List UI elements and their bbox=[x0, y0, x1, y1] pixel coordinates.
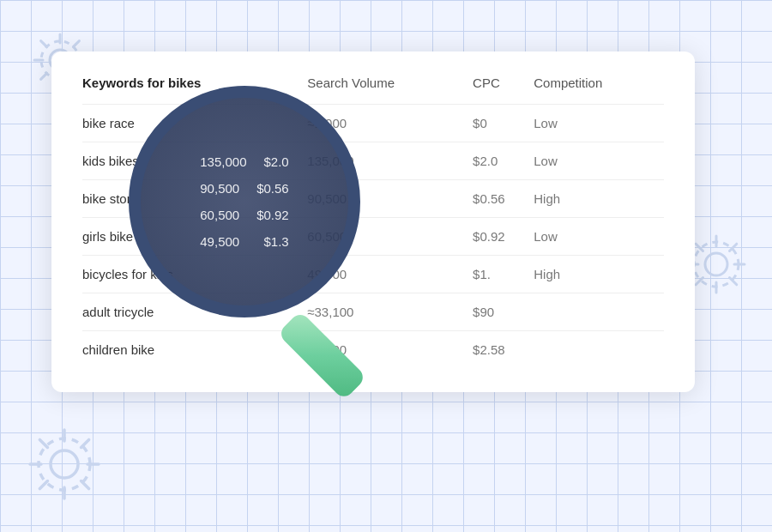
cell-cpc: $1. bbox=[473, 256, 534, 293]
table-row: adult tricycle≈33,100$90 bbox=[82, 293, 664, 331]
cell-volume: 135,000 bbox=[307, 142, 473, 180]
table-row: kids bikes135,000$2.0Low bbox=[82, 142, 664, 180]
cell-cpc: $0 bbox=[473, 105, 534, 142]
cell-keyword: girls bike bbox=[82, 218, 307, 256]
col-header-keyword: Keywords for bikes bbox=[82, 76, 307, 105]
cell-cpc: $2.0 bbox=[473, 142, 534, 180]
table-row: children bike27,100$2.58 bbox=[82, 331, 664, 369]
cell-competition: Low bbox=[534, 142, 664, 180]
cell-competition bbox=[534, 293, 664, 331]
cell-cpc: $0.56 bbox=[473, 180, 534, 218]
table-row: bike race≈1,000$0Low bbox=[82, 105, 664, 142]
keyword-bold: bikes bbox=[168, 76, 201, 90]
svg-point-4 bbox=[705, 253, 727, 275]
cell-volume: ≈1,000 bbox=[307, 105, 473, 142]
cell-volume: 90,500 bbox=[307, 180, 473, 218]
cell-volume: 49,500 bbox=[307, 256, 473, 293]
svg-point-2 bbox=[51, 450, 78, 478]
cell-keyword: children bike bbox=[82, 331, 307, 369]
cell-competition: High bbox=[534, 256, 664, 293]
cell-keyword: adult tricycle bbox=[82, 293, 307, 331]
cell-keyword: bike store bbox=[82, 180, 307, 218]
cell-cpc: $90 bbox=[473, 293, 534, 331]
cell-keyword: kids bikes bbox=[82, 142, 307, 180]
cell-competition: Low bbox=[534, 105, 664, 142]
cell-keyword: bike race bbox=[82, 105, 307, 142]
cell-competition: High bbox=[534, 180, 664, 218]
cell-keyword: bicycles for kids bbox=[82, 256, 307, 293]
table-row: bicycles for kids49,500$1.High bbox=[82, 256, 664, 293]
gear-bottom-left-icon bbox=[17, 417, 112, 515]
cell-volume: 27,100 bbox=[307, 331, 473, 369]
table-row: girls bike60,500$0.92Low bbox=[82, 218, 664, 256]
cell-volume: 60,500 bbox=[307, 218, 473, 256]
keywords-card: Keywords for bikes Search Volume CPC Com… bbox=[51, 51, 695, 392]
col-header-competition: Competition bbox=[534, 76, 664, 105]
table-row: bike store90,500$0.56High bbox=[82, 180, 664, 218]
cell-cpc: $0.92 bbox=[473, 218, 534, 256]
cell-competition bbox=[534, 331, 664, 369]
col-header-volume: Search Volume bbox=[307, 76, 473, 105]
cell-competition: Low bbox=[534, 218, 664, 256]
cell-cpc: $2.58 bbox=[473, 331, 534, 369]
cell-volume: ≈33,100 bbox=[307, 293, 473, 331]
keywords-table: Keywords for bikes Search Volume CPC Com… bbox=[82, 76, 664, 368]
col-header-cpc: CPC bbox=[473, 76, 534, 105]
